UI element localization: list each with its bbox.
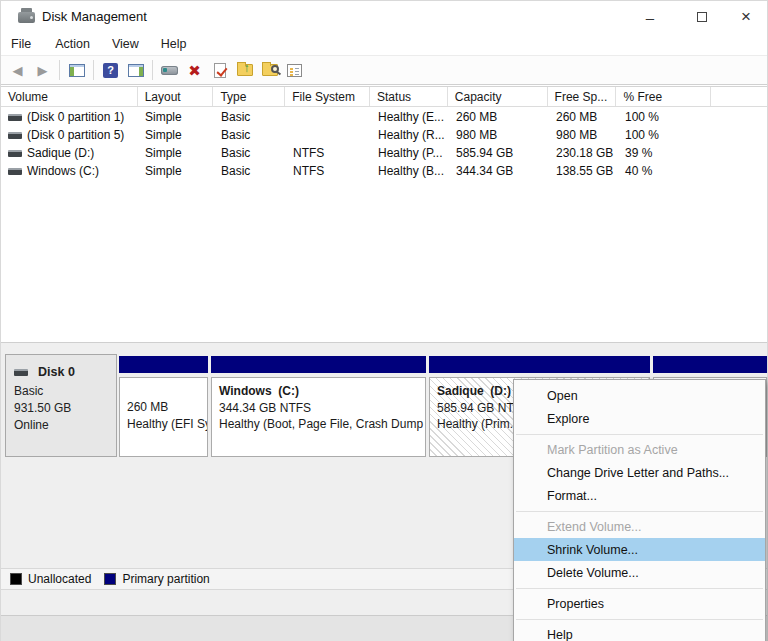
partition-color-bar xyxy=(653,356,767,373)
cell-layout: Simple xyxy=(138,128,214,142)
mark-active-button[interactable] xyxy=(207,58,232,82)
explore-button[interactable] xyxy=(257,58,282,82)
menu-separator xyxy=(514,615,765,623)
forward-button[interactable]: ▶ xyxy=(30,58,55,82)
cell-type: Basic xyxy=(214,128,286,142)
partition-size: 344.34 GB NTFS xyxy=(219,400,425,417)
cell-free-space: 260 MB xyxy=(549,110,618,124)
properties-icon xyxy=(287,64,302,77)
partition-efi[interactable]: 260 MB Healthy (EFI Sy xyxy=(119,354,208,457)
cell-percent-free: 40 % xyxy=(618,164,713,178)
disk-tool-button[interactable] xyxy=(157,58,182,82)
menu-separator xyxy=(514,507,765,515)
cell-layout: Simple xyxy=(138,164,214,178)
table-row[interactable]: (Disk 0 partition 5) Simple Basic Health… xyxy=(1,126,767,144)
disk-type: Basic xyxy=(14,383,116,400)
column-header-layout[interactable]: Layout xyxy=(138,87,214,106)
partition-color-bar xyxy=(119,356,208,373)
cell-free-space: 138.55 GB xyxy=(549,164,618,178)
back-icon: ◀ xyxy=(13,63,23,78)
disk-management-app-icon xyxy=(18,12,35,23)
legend-label: Unallocated xyxy=(28,572,91,586)
menu-separator xyxy=(514,430,765,438)
cell-percent-free: 100 % xyxy=(618,110,713,124)
partition-status: Healthy (EFI Sy xyxy=(127,416,207,433)
show-action-pane-button[interactable] xyxy=(123,58,148,82)
menu-file[interactable]: File xyxy=(9,34,44,55)
menu-view[interactable]: View xyxy=(101,34,150,55)
cell-status: Healthy (R... xyxy=(371,128,449,142)
menu-item-shrink-volume[interactable]: Shrink Volume... xyxy=(514,538,765,561)
menu-item-open[interactable]: Open xyxy=(514,384,765,407)
mark-active-icon xyxy=(214,63,226,78)
window-title: Disk Management xyxy=(42,9,147,24)
menu-item-change-drive-letter[interactable]: Change Drive Letter and Paths... xyxy=(514,461,765,484)
disk0-info-panel[interactable]: Disk 0 Basic 931.50 GB Online xyxy=(5,354,117,457)
partition-status: Healthy (Boot, Page File, Crash Dump xyxy=(219,416,425,433)
menu-item-help[interactable]: Help xyxy=(514,623,765,641)
menu-item-explore[interactable]: Explore xyxy=(514,407,765,430)
help-button[interactable]: ? xyxy=(98,58,123,82)
table-row[interactable]: Windows (C:) Simple Basic NTFS Healthy (… xyxy=(1,162,767,180)
delete-volume-button[interactable]: ✖ xyxy=(182,58,207,82)
volume-icon xyxy=(8,114,22,121)
table-row[interactable]: (Disk 0 partition 1) Simple Basic Health… xyxy=(1,108,767,126)
cell-layout: Simple xyxy=(138,146,214,160)
volume-icon xyxy=(8,150,22,157)
help-icon: ? xyxy=(103,63,118,78)
cell-type: Basic xyxy=(214,110,286,124)
volume-icon xyxy=(8,168,22,175)
menu-separator xyxy=(514,584,765,592)
forward-icon: ▶ xyxy=(38,63,48,78)
maximize-button[interactable] xyxy=(679,1,725,33)
close-button[interactable]: × xyxy=(723,1,768,33)
partition-context-menu: Open Explore Mark Partition as Active Ch… xyxy=(513,379,766,641)
legend-unallocated: Unallocated xyxy=(10,572,91,586)
partition-windows-c[interactable]: Windows (C:) 344.34 GB NTFS Healthy (Boo… xyxy=(211,354,426,457)
menu-help[interactable]: Help xyxy=(150,34,198,55)
cell-capacity: 980 MB xyxy=(449,128,549,142)
partition-color-bar xyxy=(211,356,426,373)
cell-capacity: 344.34 GB xyxy=(449,164,549,178)
minimize-button[interactable]: – xyxy=(627,1,673,33)
cell-status: Healthy (B... xyxy=(371,164,449,178)
volume-list-header: Volume Layout Type File System Status Ca… xyxy=(1,86,767,107)
cell-free-space: 230.18 GB xyxy=(549,146,618,160)
cell-type: Basic xyxy=(214,146,286,160)
explore-folder-icon xyxy=(262,64,278,76)
partition-color-bar xyxy=(429,356,650,373)
partition-title: Windows (C:) xyxy=(219,383,425,400)
cell-status: Healthy (P... xyxy=(371,146,449,160)
properties-button[interactable] xyxy=(282,58,307,82)
legend-label: Primary partition xyxy=(122,572,209,586)
column-header-type[interactable]: Type xyxy=(213,87,285,106)
toolbar-separator xyxy=(152,60,153,80)
cell-volume: Sadique (D:) xyxy=(27,146,94,160)
cell-file-system: NTFS xyxy=(286,164,371,178)
back-button[interactable]: ◀ xyxy=(5,58,30,82)
menu-action[interactable]: Action xyxy=(44,34,101,55)
column-header-volume[interactable]: Volume xyxy=(1,87,138,106)
menu-item-delete-volume[interactable]: Delete Volume... xyxy=(514,561,765,584)
disk-status: Online xyxy=(14,417,116,434)
column-header-percent-free[interactable]: % Free xyxy=(616,87,711,106)
column-header-file-system[interactable]: File System xyxy=(285,87,370,106)
cell-percent-free: 100 % xyxy=(618,128,713,142)
cell-percent-free: 39 % xyxy=(618,146,713,160)
cell-layout: Simple xyxy=(138,110,214,124)
open-button[interactable]: ↑ xyxy=(232,58,257,82)
column-header-status[interactable]: Status xyxy=(370,87,448,106)
console-tree-icon xyxy=(69,64,85,77)
show-console-tree-button[interactable] xyxy=(64,58,89,82)
column-header-capacity[interactable]: Capacity xyxy=(448,87,548,106)
primary-partition-swatch xyxy=(104,573,116,585)
partition-size: 260 MB xyxy=(127,399,207,416)
table-row[interactable]: Sadique (D:) Simple Basic NTFS Healthy (… xyxy=(1,144,767,162)
toolbar: ◀ ▶ ? ✖ ↑ xyxy=(1,55,767,85)
open-folder-icon: ↑ xyxy=(237,64,253,76)
menu-item-format[interactable]: Format... xyxy=(514,484,765,507)
cell-capacity: 585.94 GB xyxy=(449,146,549,160)
column-header-free-space[interactable]: Free Sp... xyxy=(548,87,617,106)
cell-status: Healthy (E... xyxy=(371,110,449,124)
menu-item-properties[interactable]: Properties xyxy=(514,592,765,615)
